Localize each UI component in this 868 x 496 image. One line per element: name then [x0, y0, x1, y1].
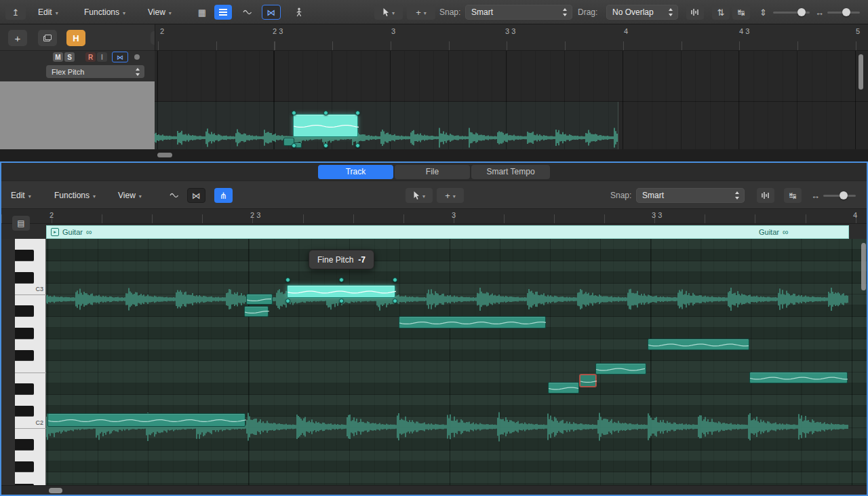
ruler-tick-marks	[155, 41, 868, 50]
vertical-zoom-slider[interactable]	[773, 12, 810, 14]
note-handle[interactable]	[355, 143, 360, 148]
flex-mode-select[interactable]: Flex Pitch	[46, 65, 144, 78]
notes-area[interactable]: Fine Pitch -7	[46, 239, 868, 485]
flex-pitch-note[interactable]	[548, 382, 579, 394]
track-flex-button[interactable]: ⋈	[112, 52, 128, 62]
secondary-tool-menu[interactable]: + ▾	[407, 5, 435, 20]
back-button[interactable]: ↥	[5, 5, 26, 20]
menu-edit[interactable]: Edit ▾	[38, 0, 58, 24]
flex-pitch-note[interactable]	[399, 316, 546, 328]
horizontal-zoom-button[interactable]: ↹	[732, 5, 750, 20]
pointer-tool-menu[interactable]: ▾	[374, 5, 403, 20]
editor-snap-select[interactable]: Smart	[636, 188, 745, 203]
editor-menu-view[interactable]: View ▾	[118, 181, 142, 210]
editor-zoom-slider[interactable]	[823, 195, 856, 197]
region-header-bar[interactable]: ▸ Guitar ∞ Guitar ∞	[46, 225, 849, 239]
editor-automation-button[interactable]	[165, 188, 182, 203]
black-key[interactable]	[15, 406, 34, 417]
note-handle[interactable]	[355, 111, 360, 115]
flex-pitch-note[interactable]	[595, 363, 646, 375]
automation-button[interactable]	[239, 5, 256, 20]
black-key[interactable]	[15, 350, 34, 361]
piano-keyboard[interactable]: C3C2	[15, 239, 46, 485]
plus-icon: +	[445, 191, 450, 201]
duplicate-track-button[interactable]	[38, 30, 57, 46]
menu-functions[interactable]: Functions ▾	[84, 0, 125, 24]
hide-tracks-button[interactable]: H	[66, 30, 85, 46]
black-key[interactable]	[15, 272, 34, 283]
note-handle[interactable]	[393, 278, 397, 282]
drag-select[interactable]: No Overlap	[606, 5, 678, 20]
menu-view[interactable]: View ▾	[148, 0, 172, 24]
catch-playhead-button[interactable]	[290, 5, 308, 20]
vertical-scrollbar[interactable]	[859, 54, 863, 90]
region-play-icon[interactable]: ▸	[51, 228, 59, 236]
vertical-zoom-button[interactable]: ⇅	[712, 5, 730, 20]
editor-horizontal-scrollbar[interactable]	[49, 488, 62, 493]
main-toolbar: ↥ Edit ▾ Functions ▾ View ▾ ▦ ⋈	[0, 0, 868, 24]
black-key[interactable]	[15, 461, 34, 472]
editor-pointer-tool-menu[interactable]: ▾	[406, 188, 433, 203]
slider-knob[interactable]	[840, 191, 848, 199]
editor-waveform-zoom-button[interactable]	[757, 188, 774, 203]
slider-knob[interactable]	[797, 8, 806, 16]
tab-smart-tempo[interactable]: Smart Tempo	[471, 165, 550, 179]
black-key[interactable]	[15, 328, 34, 339]
editor-flex-pitch-button[interactable]: ⋈	[187, 188, 205, 203]
slider-knob[interactable]	[842, 8, 850, 16]
pitch-drift-line	[247, 294, 273, 305]
menu-edit-label: Edit	[38, 7, 52, 17]
black-key[interactable]	[15, 250, 34, 261]
snap-select[interactable]: Smart	[465, 5, 572, 20]
flex-pitch-note[interactable]	[246, 294, 273, 305]
editor-menu-edit[interactable]: Edit ▾	[11, 181, 31, 210]
note-handle[interactable]	[292, 143, 296, 148]
note-handle[interactable]	[339, 278, 344, 282]
editor-split-button[interactable]: ⋔	[214, 188, 233, 203]
h-label: H	[73, 33, 79, 43]
black-key[interactable]	[15, 305, 34, 316]
add-track-button[interactable]: +	[8, 30, 27, 46]
input-monitor-button[interactable]: I	[97, 52, 107, 62]
flex-pitch-note[interactable]	[648, 339, 749, 350]
horizontal-scrollbar[interactable]	[157, 153, 172, 157]
black-key[interactable]	[15, 383, 34, 394]
editor-menu-functions[interactable]: Functions ▾	[54, 181, 96, 210]
flex-pitch-note[interactable]	[580, 375, 596, 387]
flex-button[interactable]: ⋈	[262, 5, 281, 20]
flex-pitch-note[interactable]	[293, 114, 358, 137]
note-handle[interactable]	[323, 143, 328, 148]
horizontal-zoom-slider[interactable]	[827, 12, 860, 14]
keyboard-display-button[interactable]: ▤	[12, 216, 30, 231]
note-handle[interactable]	[323, 111, 328, 115]
editor-secondary-tool-menu[interactable]: + ▾	[437, 188, 464, 203]
flex-icon: ⋈	[117, 54, 123, 61]
note-handle[interactable]	[339, 299, 344, 303]
ruler-tick-label: 5	[856, 27, 860, 35]
note-handle[interactable]	[393, 299, 397, 303]
editor-vertical-scrollbar[interactable]	[861, 243, 866, 290]
tab-file[interactable]: File	[395, 165, 470, 179]
record-enable-button[interactable]: R	[85, 52, 96, 62]
tab-track[interactable]: Track	[318, 165, 393, 179]
grid-view-button[interactable]: ▦	[194, 5, 210, 20]
mute-button[interactable]: M	[53, 52, 63, 62]
flex-pitch-note[interactable]	[749, 372, 848, 383]
event-list-button[interactable]	[214, 5, 232, 20]
editor-zoom-fit-button[interactable]: ↹	[784, 188, 802, 203]
black-key[interactable]	[15, 439, 34, 450]
ruler-tick-label: 4 3	[739, 27, 749, 35]
arrange-area[interactable]	[155, 51, 868, 149]
note-handle[interactable]	[292, 111, 296, 115]
flex-pitch-note[interactable]	[47, 413, 245, 427]
flex-pitch-note[interactable]	[244, 306, 269, 317]
editor-ruler[interactable]: 22 333 34	[0, 209, 868, 224]
note-handle[interactable]	[285, 278, 290, 282]
waveform-zoom-button[interactable]	[686, 5, 704, 20]
note-handle[interactable]	[285, 299, 290, 303]
arrange-ruler[interactable]: 22 333 344 35	[155, 24, 868, 51]
flex-pitch-note[interactable]	[287, 285, 395, 298]
ruler-tick-label: 3 3	[652, 211, 662, 219]
solo-button[interactable]: S	[64, 52, 75, 62]
chevron-down-icon: ▾	[169, 10, 172, 16]
